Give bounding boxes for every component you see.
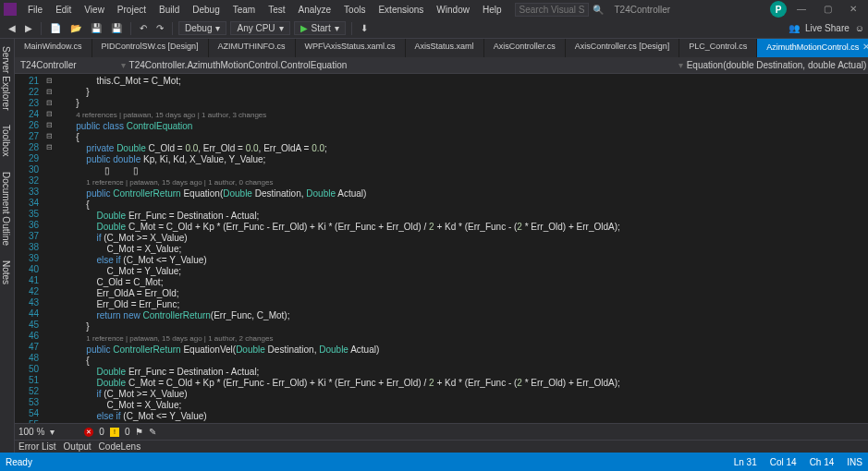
maximize-button[interactable]: ▢ bbox=[816, 1, 838, 16]
rail-server-explorer[interactable]: Server Explorer bbox=[0, 42, 14, 114]
feedback-icon[interactable]: ☺ bbox=[855, 23, 864, 33]
status-ins[interactable]: INS bbox=[847, 457, 862, 467]
menu-test[interactable]: Test bbox=[263, 3, 290, 17]
menu-edit[interactable]: Edit bbox=[50, 3, 77, 17]
bottom-tab-output[interactable]: Output bbox=[64, 441, 92, 452]
breadcrumb: T24Controller ▾ T24Controller.AzimuthMot… bbox=[15, 57, 868, 74]
menu-extensions[interactable]: Extensions bbox=[373, 3, 429, 17]
left-tool-rail: Server ExplorerToolboxDocument OutlineNo… bbox=[0, 39, 15, 453]
start-button[interactable]: ▶Start▾ bbox=[294, 21, 346, 35]
redo-button[interactable]: ↷ bbox=[153, 21, 167, 35]
search-input[interactable] bbox=[515, 3, 589, 17]
menu-analyze[interactable]: Analyze bbox=[293, 3, 337, 17]
nav-back-button[interactable]: ◀ bbox=[5, 21, 19, 35]
tab-wpf-axisstatus-xaml-cs[interactable]: WPF\AxisStatus.xaml.cs bbox=[296, 39, 406, 57]
crumb-class[interactable]: T24Controller.AzimuthMotionControl.Contr… bbox=[129, 60, 348, 70]
tab-plc-control-cs[interactable]: PLC_Control.cs bbox=[679, 39, 757, 57]
undo-button[interactable]: ↶ bbox=[136, 21, 151, 35]
live-share-label[interactable]: Live Share bbox=[805, 23, 850, 33]
tab-close-icon[interactable]: ✕ bbox=[862, 42, 868, 52]
menu-file[interactable]: File bbox=[22, 3, 48, 17]
fold-gutter[interactable]: ⊟⊟⊟⊟⊟⊟⊟ bbox=[43, 74, 55, 423]
open-button[interactable]: 📂 bbox=[67, 21, 85, 35]
zoom-label[interactable]: 100 % bbox=[18, 427, 44, 437]
platform-combo[interactable]: Any CPU▾ bbox=[230, 21, 289, 35]
status-char[interactable]: Ch 14 bbox=[810, 457, 835, 467]
pencil-icon[interactable]: ✎ bbox=[149, 427, 156, 437]
user-avatar[interactable]: P bbox=[770, 1, 787, 18]
config-combo[interactable]: Debug▾ bbox=[178, 21, 226, 35]
status-ready: Ready bbox=[6, 457, 32, 467]
code-editor[interactable]: 2122232426272829303233343536373839404142… bbox=[15, 74, 868, 423]
close-button[interactable]: ✕ bbox=[842, 1, 864, 16]
error-count: 0 bbox=[99, 427, 104, 437]
status-line[interactable]: Ln 31 bbox=[734, 457, 757, 467]
tab-pidcontrolsw-cs--design-[interactable]: PIDControlSW.cs [Design] bbox=[92, 39, 209, 57]
rail-document-outline[interactable]: Document Outline bbox=[0, 168, 14, 249]
minimize-button[interactable]: — bbox=[790, 1, 813, 16]
toolbar: ◀ ▶ 📄 📂 💾 💾 ↶ ↷ Debug▾ Any CPU▾ ▶Start▾ … bbox=[0, 18, 868, 39]
tab-azimuthinfo-cs[interactable]: AZIMUTHINFO.cs bbox=[209, 39, 296, 57]
rail-notes[interactable]: Notes bbox=[0, 257, 14, 288]
app-title: T24Controller bbox=[615, 5, 671, 15]
menu-view[interactable]: View bbox=[79, 3, 110, 17]
step-button[interactable]: ⬇ bbox=[357, 21, 372, 35]
vs-logo-icon bbox=[4, 3, 17, 16]
tab-mainwindow-cs[interactable]: MainWindow.cs bbox=[15, 39, 92, 57]
warning-count: 0 bbox=[125, 427, 130, 437]
search-icon[interactable]: 🔍 bbox=[593, 5, 604, 15]
error-icon[interactable]: ✕ bbox=[84, 428, 93, 437]
save-button[interactable]: 💾 bbox=[87, 21, 105, 35]
status-bar: Ready Ln 31 Col 14 Ch 14 INS bbox=[0, 453, 868, 471]
menu-window[interactable]: Window bbox=[431, 3, 475, 17]
editor-footer: 100 % ▾ ✕0 !0 ⚑ ✎ bbox=[15, 423, 868, 440]
menu-build[interactable]: Build bbox=[153, 3, 185, 17]
line-gutter: 2122232426272829303233343536373839404142… bbox=[15, 74, 43, 423]
bottom-tab-codelens[interactable]: CodeLens bbox=[99, 441, 141, 452]
tab-azimuthmotioncontrol-cs[interactable]: AzimuthMotionControl.cs✕ bbox=[757, 39, 868, 57]
tab-axiscontroller-cs[interactable]: AxisController.cs bbox=[484, 39, 566, 57]
bottom-tool-tabs: Error ListOutputCodeLens bbox=[15, 440, 868, 453]
new-button[interactable]: 📄 bbox=[46, 21, 65, 35]
menu-debug[interactable]: Debug bbox=[187, 3, 225, 17]
nav-fwd-button[interactable]: ▶ bbox=[21, 21, 36, 35]
title-bar: FileEditViewProjectBuildDebugTeamTestAna… bbox=[0, 0, 868, 18]
warning-icon[interactable]: ! bbox=[110, 428, 119, 437]
tab-axisstatus-xaml[interactable]: AxisStatus.xaml bbox=[406, 39, 484, 57]
flag-icon[interactable]: ⚑ bbox=[135, 427, 143, 437]
menu-tools[interactable]: Tools bbox=[338, 3, 371, 17]
menu-team[interactable]: Team bbox=[227, 3, 261, 17]
bottom-tab-error-list[interactable]: Error List bbox=[18, 441, 56, 452]
document-tabs: MainWindow.csPIDControlSW.cs [Design]AZI… bbox=[15, 39, 868, 57]
crumb-project[interactable]: T24Controller bbox=[20, 60, 77, 70]
tab-axiscontroller-cs--design-[interactable]: AxisController.cs [Design] bbox=[566, 39, 680, 57]
main-menu: FileEditViewProjectBuildDebugTeamTestAna… bbox=[22, 3, 507, 17]
save-all-button[interactable]: 💾 bbox=[107, 21, 126, 35]
crumb-member[interactable]: Equation(double Destination, double Actu… bbox=[687, 60, 867, 70]
menu-project[interactable]: Project bbox=[112, 3, 152, 17]
code-content[interactable]: this.C_Mot = C_Mot; } } 4 references | p… bbox=[55, 74, 868, 423]
menu-help[interactable]: Help bbox=[477, 3, 507, 17]
status-col[interactable]: Col 14 bbox=[770, 457, 797, 467]
rail-toolbox[interactable]: Toolbox bbox=[0, 121, 14, 160]
live-share-icon[interactable]: 👥 bbox=[789, 23, 800, 33]
